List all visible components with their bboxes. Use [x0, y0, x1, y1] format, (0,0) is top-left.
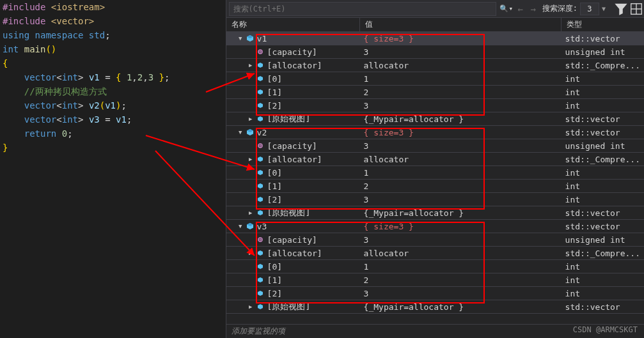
- watch-row[interactable]: [capacity]3unsigned int: [226, 139, 644, 153]
- watch-row[interactable]: ▶[allocator]allocatorstd::_Compre...: [226, 247, 644, 260]
- row-type: int: [562, 181, 644, 191]
- expander-icon[interactable]: ▶: [247, 115, 255, 123]
- row-name: [capacity]: [267, 47, 317, 57]
- watch-row[interactable]: [1]2int: [226, 180, 644, 193]
- code-line[interactable]: {: [3, 56, 223, 70]
- watch-row[interactable]: ▶[原始视图]{_Mypair=allocator }std::vector: [226, 300, 644, 314]
- watch-row[interactable]: [2]3int: [226, 193, 644, 206]
- watch-row[interactable]: [0]1int: [226, 166, 644, 180]
- row-value: { size=3 }: [360, 128, 562, 137]
- watch-row[interactable]: ▶[allocator]allocatorstd::_Compre...: [226, 153, 644, 166]
- obj-icon: [246, 222, 255, 231]
- filter-icon[interactable]: [614, 2, 628, 16]
- row-value: 1: [360, 74, 562, 84]
- code-line[interactable]: }: [3, 141, 223, 155]
- expander-icon[interactable]: [247, 142, 255, 150]
- expander-icon[interactable]: ▶: [247, 209, 255, 217]
- row-value: 3: [360, 141, 562, 151]
- expander-icon[interactable]: ▶: [247, 249, 255, 257]
- row-value: 3: [360, 47, 562, 57]
- header-name[interactable]: 名称: [226, 18, 360, 31]
- watch-row[interactable]: [2]3int: [226, 99, 644, 112]
- expander-icon[interactable]: [247, 75, 255, 82]
- expander-icon[interactable]: ▶: [247, 61, 255, 69]
- depth-dropdown-icon[interactable]: ▼: [602, 5, 606, 12]
- watch-row[interactable]: [0]1int: [226, 260, 644, 273]
- row-name: [1]: [267, 275, 282, 285]
- row-name: [capacity]: [267, 235, 317, 245]
- expander-icon[interactable]: [247, 196, 255, 203]
- expander-icon[interactable]: [247, 88, 255, 96]
- search-button[interactable]: 🔍▾: [499, 2, 514, 16]
- expander-icon[interactable]: [247, 263, 255, 270]
- field-icon: [256, 262, 265, 271]
- watch-row[interactable]: [1]2int: [226, 273, 644, 287]
- code-line[interactable]: using namespace std;: [3, 28, 223, 42]
- expander-icon[interactable]: ▼: [237, 35, 244, 42]
- row-value: {_Mypair=allocator }: [360, 208, 562, 218]
- code-line[interactable]: #include <iostream>: [3, 0, 223, 14]
- row-value: {_Mypair=allocator }: [360, 302, 562, 312]
- expander-icon[interactable]: [247, 236, 255, 243]
- field-icon: [256, 168, 265, 177]
- header-value[interactable]: 值: [360, 18, 562, 31]
- row-name: [allocator]: [267, 155, 322, 164]
- code-editor[interactable]: #include <iostream>#include <vector>usin…: [0, 0, 226, 338]
- watch-row[interactable]: [2]3int: [226, 287, 644, 300]
- code-line[interactable]: #include <vector>: [3, 14, 223, 28]
- depth-input[interactable]: [580, 3, 599, 15]
- nav-next[interactable]: →: [527, 4, 540, 14]
- code-line[interactable]: //两种拷贝构造方式: [3, 84, 223, 98]
- search-input[interactable]: [229, 2, 496, 16]
- expander-icon[interactable]: ▼: [237, 222, 244, 230]
- watch-row[interactable]: ▼v2{ size=3 }std::vector: [226, 126, 644, 139]
- expander-icon[interactable]: [247, 169, 255, 176]
- expander-icon[interactable]: [247, 182, 255, 190]
- raw-icon: [256, 141, 265, 150]
- expander-icon[interactable]: [247, 102, 255, 109]
- watch-row[interactable]: ▶[allocator]allocatorstd::_Compre...: [226, 59, 644, 72]
- watch-row[interactable]: ▼v3{ size=3 }std::vector: [226, 220, 644, 233]
- watch-row[interactable]: ▶[原始视图]{_Mypair=allocator }std::vector: [226, 206, 644, 220]
- row-type: std::vector: [562, 302, 644, 312]
- code-line[interactable]: return 0;: [3, 127, 223, 141]
- depth-label: 搜索深度:: [542, 3, 577, 14]
- row-type: std::vector: [562, 128, 644, 137]
- row-name: [allocator]: [267, 249, 322, 258]
- row-name: [1]: [267, 181, 282, 191]
- watch-row[interactable]: ▼v1{ size=3 }std::vector: [226, 32, 644, 45]
- expander-icon[interactable]: ▼: [237, 128, 244, 136]
- grid-icon[interactable]: [629, 2, 643, 16]
- watch-row[interactable]: [capacity]3unsigned int: [226, 45, 644, 59]
- watch-panel: 🔍▾ ← → 搜索深度: ▼ 名称 值 类型 ▼v1{ size=3 }std:…: [226, 0, 644, 338]
- code-line[interactable]: int main(): [3, 42, 223, 56]
- obj-icon: [246, 128, 255, 137]
- expander-icon[interactable]: [247, 48, 255, 56]
- row-value: 1: [360, 262, 562, 272]
- expander-icon[interactable]: [247, 276, 255, 284]
- field-icon: [256, 88, 265, 96]
- header-type[interactable]: 类型: [562, 18, 644, 31]
- code-line[interactable]: vector<int> v1 = { 1,2,3 };: [3, 70, 223, 84]
- field-icon: [256, 249, 265, 257]
- field-icon: [256, 114, 265, 123]
- row-value: 3: [360, 235, 562, 245]
- watch-row[interactable]: ▶[原始视图]{_Mypair=allocator }std::vector: [226, 112, 644, 126]
- field-icon: [256, 195, 265, 204]
- row-name: [2]: [267, 195, 282, 204]
- code-line[interactable]: vector<int> v2(v1);: [3, 98, 223, 112]
- watermark: CSDN @ARMCSKGT: [573, 325, 638, 334]
- watch-row[interactable]: [1]2int: [226, 86, 644, 99]
- row-type: int: [562, 275, 644, 285]
- row-value: { size=3 }: [360, 34, 562, 43]
- row-value: 3: [360, 289, 562, 298]
- nav-prev[interactable]: ←: [514, 4, 527, 14]
- watch-row[interactable]: [0]1int: [226, 72, 644, 86]
- row-type: int: [562, 262, 644, 272]
- row-value: 2: [360, 275, 562, 285]
- code-line[interactable]: vector<int> v3 = v1;: [3, 112, 223, 127]
- watch-row[interactable]: [capacity]3unsigned int: [226, 233, 644, 247]
- expander-icon[interactable]: ▶: [247, 155, 255, 163]
- expander-icon[interactable]: ▶: [247, 303, 255, 311]
- expander-icon[interactable]: [247, 289, 255, 297]
